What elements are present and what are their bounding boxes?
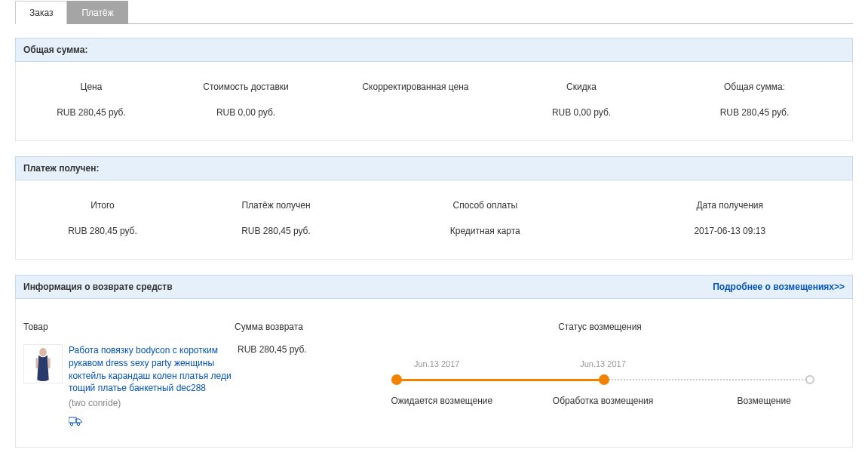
timeline-node-1 — [391, 374, 402, 385]
panel-payment-received: Платеж получен: Итого Платёж получен Спо… — [15, 156, 853, 260]
svg-point-6 — [77, 423, 79, 425]
val-grand: RUB 280,45 руб. — [16, 218, 189, 244]
col-total-header: Общая сумма: — [657, 74, 852, 100]
svg-rect-3 — [48, 358, 51, 368]
product-title-link[interactable]: Работа повязку bodycon с коротким рукаво… — [69, 344, 235, 395]
col-status-header: Статус возмещения — [355, 322, 845, 332]
product-seller: (two conride) — [69, 398, 235, 408]
val-adjusted — [325, 100, 506, 125]
tab-payment[interactable]: Платёж — [67, 1, 127, 24]
col-received-header: Платёж получен — [189, 192, 363, 218]
col-grand-header: Итого — [16, 192, 189, 218]
timeline-label-1: Ожидается возмещение — [361, 396, 523, 406]
refund-timeline: Jun.13 2017 Jun.13 2017 — [361, 344, 845, 429]
svg-point-1 — [39, 348, 47, 357]
val-method: Кредитная карта — [363, 218, 608, 244]
svg-rect-2 — [35, 358, 38, 368]
refund-more-link[interactable]: Подробнее о возмещениях>> — [713, 282, 845, 292]
panel-refund-title: Информация о возврате средств — [23, 282, 173, 292]
col-price-header: Цена — [16, 74, 167, 100]
panel-refund: Информация о возврате средств Подробнее … — [15, 275, 853, 448]
val-date: 2017-06-13 09:13 — [608, 218, 853, 244]
panel-total: Общая сумма: Цена Стоимость доставки Ско… — [15, 38, 853, 141]
val-price: RUB 280,45 руб. — [16, 100, 167, 125]
col-date-header: Дата получения — [608, 192, 853, 218]
panel-total-title: Общая сумма: — [23, 45, 87, 55]
product-thumbnail[interactable] — [23, 344, 63, 383]
timeline-label-3: Возмещение — [683, 396, 845, 406]
val-received: RUB 280,45 руб. — [189, 218, 363, 244]
timeline-label-2: Обработка возмещения — [523, 396, 684, 406]
tabs: Заказ Платёж — [15, 0, 853, 24]
svg-rect-4 — [69, 417, 76, 423]
col-amount-header: Сумма возврата — [235, 322, 355, 332]
panel-paid-title: Платеж получен: — [23, 163, 99, 174]
val-discount: RUB 0,00 руб. — [506, 100, 657, 125]
timeline-date-1: Jun.13 2017 — [354, 359, 520, 368]
timeline-node-3 — [805, 375, 814, 384]
truck-icon[interactable] — [69, 416, 235, 429]
val-shipping: RUB 0,00 руб. — [167, 100, 325, 125]
col-product-header: Товар — [23, 322, 235, 332]
timeline-date-2: Jun.13 2017 — [520, 359, 686, 368]
col-adjusted-header: Скорректированная цена — [325, 74, 506, 100]
val-total: RUB 280,45 руб. — [657, 100, 852, 125]
col-discount-header: Скидка — [506, 74, 657, 100]
timeline-date-3 — [686, 359, 852, 368]
tab-order[interactable]: Заказ — [15, 1, 67, 24]
svg-point-5 — [70, 423, 72, 425]
col-shipping-header: Стоимость доставки — [167, 74, 325, 100]
refund-amount: RUB 280,45 руб. — [238, 344, 358, 429]
col-method-header: Способ оплаты — [363, 192, 608, 218]
product-cell: Работа повязку bodycon с коротким рукаво… — [23, 344, 235, 429]
timeline-node-2 — [599, 374, 609, 385]
